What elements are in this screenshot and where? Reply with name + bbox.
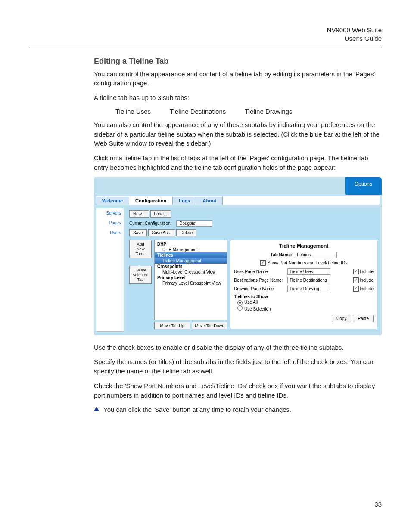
options-tab[interactable]: Options — [345, 177, 382, 195]
screenshot-figure: Options Welcome Configuration Logs About… — [94, 177, 382, 335]
paragraph: Click on a tieline tab in the list of ta… — [94, 153, 382, 172]
move-tab-down-button[interactable]: Move Tab Down — [192, 322, 227, 329]
current-config-value: Dougtest — [176, 220, 212, 227]
save-button[interactable]: Save — [129, 229, 147, 236]
paragraph: A tieline tab has up to 3 sub tabs: — [94, 93, 382, 103]
delete-button[interactable]: Delete — [176, 229, 196, 236]
subtab-item: Tieline Uses — [115, 108, 151, 115]
use-all-option[interactable]: Use All — [237, 300, 374, 305]
current-config-label: Current Configuration: — [129, 221, 171, 226]
dest-page-label: Destinations Page Name: — [234, 278, 286, 283]
nav-pages[interactable]: Pages — [109, 221, 124, 225]
nav-servers[interactable]: Servers — [106, 211, 124, 215]
tree-group[interactable]: Primary Level — [155, 275, 227, 280]
move-tab-up-button[interactable]: Move Tab Up — [154, 322, 190, 329]
paragraph: Specify the names (or titles) of the sub… — [94, 357, 382, 376]
tree-item[interactable]: DHP Management — [155, 247, 227, 252]
triangle-icon — [94, 407, 99, 411]
subtab-item: Tieline Destinations — [170, 108, 226, 115]
drawing-include-checkbox[interactable] — [353, 286, 359, 292]
delete-selected-tab-button[interactable]: Delete Selected Tab — [129, 266, 152, 284]
left-nav: Servers Pages Users — [96, 208, 124, 332]
main-tabs: Welcome Configuration Logs About — [96, 196, 380, 205]
include-label: Include — [360, 278, 374, 283]
subtab-list: Tieline Uses Tieline Destinations Tielin… — [115, 108, 382, 115]
paragraph: You can control the appearance and conte… — [94, 69, 382, 88]
tab-configuration[interactable]: Configuration — [129, 197, 173, 205]
use-selection-option[interactable]: Use Selection — [237, 305, 374, 311]
show-port-label: Show Port Numbers and Level/Tieline IDs — [268, 261, 347, 265]
tree-group-selected[interactable]: Tielines — [155, 252, 227, 258]
save-as-button[interactable]: Save As... — [148, 229, 175, 236]
doc-subtitle: User's Guide — [29, 34, 382, 43]
tab-name-input[interactable]: Tielines — [294, 252, 337, 258]
uses-page-label: Uses Page Name: — [234, 269, 286, 274]
include-label: Include — [360, 286, 374, 291]
load-button[interactable]: Load... — [150, 210, 171, 218]
include-label: Include — [360, 269, 374, 274]
drawing-page-label: Drawing Page Name: — [234, 286, 286, 291]
tielines-to-show-label: Tielines to Show — [234, 294, 374, 299]
page-header: NV9000 Web Suite User's Guide — [29, 26, 382, 46]
tree-item-selected[interactable]: Tieline Management — [155, 258, 227, 264]
main-pane: New... Load... Current Configuration: Do… — [127, 208, 380, 332]
header-rule — [29, 48, 382, 48]
page-number: 33 — [29, 501, 382, 508]
paragraph: Use the check boxes to enable or disable… — [94, 343, 382, 352]
paragraph: Check the 'Show Port Numbers and Level/T… — [94, 381, 382, 400]
copy-button[interactable]: Copy — [332, 315, 351, 322]
tree-group[interactable]: Crosspoints — [155, 264, 227, 269]
tab-tree[interactable]: DHP DHP Management Tielines Tieline Mana… — [154, 240, 227, 320]
panel-title: Tieline Management — [234, 243, 374, 249]
paste-button[interactable]: Paste — [353, 315, 374, 322]
note: You can click the 'Save' button at any t… — [94, 405, 382, 414]
dest-include-checkbox[interactable] — [353, 277, 359, 283]
tab-name-label: Tab Name: — [271, 252, 292, 257]
subtab-item: Tieline Drawings — [245, 108, 292, 115]
dest-page-input[interactable]: Tieline Destinations — [287, 277, 330, 283]
uses-include-checkbox[interactable] — [353, 269, 359, 274]
add-new-tab-button[interactable]: Add New Tab... — [129, 240, 152, 258]
uses-page-input[interactable]: Tieline Uses — [287, 268, 330, 275]
tab-welcome[interactable]: Welcome — [96, 197, 129, 205]
note-text: You can click the 'Save' button at any t… — [103, 405, 291, 414]
tree-item[interactable]: Multi-Level Crosspoint View — [155, 269, 227, 275]
show-port-checkbox[interactable] — [260, 260, 266, 266]
section-heading: Editing a Tieline Tab — [94, 57, 382, 66]
tab-about[interactable]: About — [196, 197, 223, 205]
paragraph: You can also control the appearance of a… — [94, 120, 382, 148]
tree-group[interactable]: DHP — [155, 241, 227, 247]
tree-item[interactable]: Primary Level Crosspoint View — [155, 280, 227, 286]
doc-title: NV9000 Web Suite — [29, 26, 382, 34]
new-button[interactable]: New... — [129, 210, 149, 218]
tieline-management-panel: Tieline Management Tab Name: Tielines Sh… — [230, 240, 377, 329]
nav-users[interactable]: Users — [110, 230, 124, 235]
tab-logs[interactable]: Logs — [173, 197, 196, 205]
drawing-page-input[interactable]: Tieline Drawing — [287, 286, 330, 292]
